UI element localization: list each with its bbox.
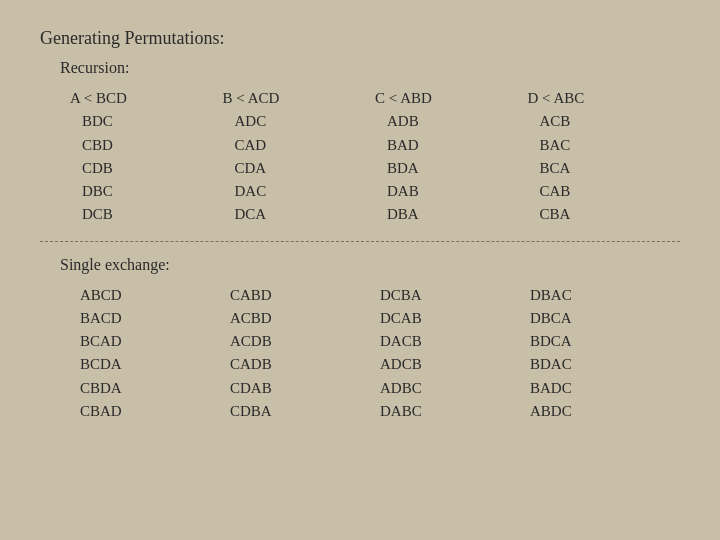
single-exchange-col-2-item-4: ADBC: [380, 377, 530, 400]
single-exchange-col-3-item-2: BDCA: [530, 330, 680, 353]
single-exchange-col-1-item-0: CABD: [230, 284, 380, 307]
recursion-col-1-item-0: ADC: [223, 110, 376, 133]
single-exchange-col-2-item-3: ADCB: [380, 353, 530, 376]
single-exchange-col-3-item-1: DBCA: [530, 307, 680, 330]
single-exchange-col-2-item-2: DACB: [380, 330, 530, 353]
recursion-col-0-item-0: BDC: [70, 110, 223, 133]
single-exchange-col-3: DBACDBCABDCABDACBADCABDC: [530, 284, 680, 424]
single-exchange-grid: ABCDBACDBCADBCDACBDACBADCABDACBDACDBCADB…: [80, 284, 680, 424]
single-exchange-col-3-item-0: DBAC: [530, 284, 680, 307]
single-exchange-col-1-item-4: CDAB: [230, 377, 380, 400]
single-exchange-col-2-item-0: DCBA: [380, 284, 530, 307]
single-exchange-col-1-item-5: CDBA: [230, 400, 380, 423]
page: Generating Permutations: Recursion: A < …: [0, 0, 720, 443]
single-exchange-col-3-item-4: BADC: [530, 377, 680, 400]
recursion-col-3: D < ABCACBBACBCACABCBA: [528, 87, 681, 227]
single-exchange-col-0-item-0: ABCD: [80, 284, 230, 307]
single-exchange-col-1-item-2: ACDB: [230, 330, 380, 353]
recursion-col-0-item-1: CBD: [70, 134, 223, 157]
recursion-col-header-2: C < ABD: [375, 87, 528, 110]
recursion-col-1: B < ACDADCCADCDADACDCA: [223, 87, 376, 227]
single-exchange-col-2-item-5: DABC: [380, 400, 530, 423]
recursion-col-header-1: B < ACD: [223, 87, 376, 110]
single-exchange-col-3-item-5: ABDC: [530, 400, 680, 423]
recursion-col-3-item-3: CAB: [528, 180, 681, 203]
recursion-col-2-item-2: BDA: [375, 157, 528, 180]
recursion-col-2-item-4: DBA: [375, 203, 528, 226]
single-exchange-col-0-item-3: BCDA: [80, 353, 230, 376]
recursion-label: Recursion:: [60, 59, 680, 77]
divider: [40, 241, 680, 242]
single-exchange-col-0: ABCDBACDBCADBCDACBDACBAD: [80, 284, 230, 424]
recursion-col-0-item-2: CDB: [70, 157, 223, 180]
single-exchange-col-0-item-1: BACD: [80, 307, 230, 330]
recursion-col-3-item-4: CBA: [528, 203, 681, 226]
recursion-col-0-item-4: DCB: [70, 203, 223, 226]
recursion-col-1-item-1: CAD: [223, 134, 376, 157]
recursion-col-header-0: A < BCD: [70, 87, 223, 110]
single-exchange-col-1-item-1: ACBD: [230, 307, 380, 330]
single-exchange-col-1-item-3: CADB: [230, 353, 380, 376]
recursion-col-2-item-3: DAB: [375, 180, 528, 203]
recursion-col-1-item-4: DCA: [223, 203, 376, 226]
recursion-grid: A < BCDBDCCBDCDBDBCDCBB < ACDADCCADCDADA…: [70, 87, 680, 227]
single-exchange-label: Single exchange:: [60, 256, 680, 274]
recursion-col-2-item-0: ADB: [375, 110, 528, 133]
single-exchange-col-0-item-5: CBAD: [80, 400, 230, 423]
single-exchange-col-0-item-2: BCAD: [80, 330, 230, 353]
single-exchange-col-0-item-4: CBDA: [80, 377, 230, 400]
recursion-col-2: C < ABDADBBADBDADABDBA: [375, 87, 528, 227]
recursion-col-3-item-2: BCA: [528, 157, 681, 180]
single-exchange-col-2: DCBADCABDACBADCBADBCDABC: [380, 284, 530, 424]
recursion-col-0: A < BCDBDCCBDCDBDBCDCB: [70, 87, 223, 227]
main-title: Generating Permutations:: [40, 28, 680, 49]
single-exchange-col-1: CABDACBDACDBCADBCDABCDBA: [230, 284, 380, 424]
single-exchange-col-3-item-3: BDAC: [530, 353, 680, 376]
recursion-col-1-item-3: DAC: [223, 180, 376, 203]
recursion-col-3-item-1: BAC: [528, 134, 681, 157]
recursion-col-1-item-2: CDA: [223, 157, 376, 180]
recursion-col-2-item-1: BAD: [375, 134, 528, 157]
single-exchange-col-2-item-1: DCAB: [380, 307, 530, 330]
recursion-col-3-item-0: ACB: [528, 110, 681, 133]
recursion-col-0-item-3: DBC: [70, 180, 223, 203]
recursion-col-header-3: D < ABC: [528, 87, 681, 110]
